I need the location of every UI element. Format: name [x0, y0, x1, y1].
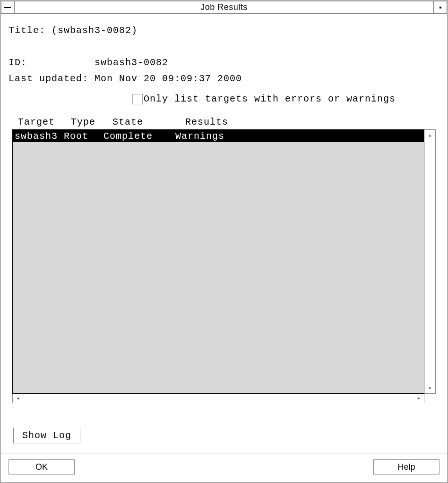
scroll-left-icon[interactable]: ◂	[13, 394, 23, 403]
ok-button[interactable]: OK	[9, 459, 75, 475]
filter-row: Only list targets with errors or warning…	[132, 93, 439, 104]
cell-type: Root	[64, 131, 103, 142]
vertical-scrollbar[interactable]: ▴ ▾	[424, 129, 436, 394]
cell-results: Warnings	[175, 131, 424, 142]
title-value: (swbash3-0082)	[52, 25, 138, 36]
titlebar: Job Results	[1, 1, 447, 14]
updated-value: Mon Nov 20 09:09:37 2000	[95, 73, 242, 84]
window-title: Job Results	[14, 1, 434, 14]
showlog-row: Show Log	[13, 428, 439, 443]
filter-checkbox[interactable]	[132, 94, 143, 104]
horizontal-scrollbar[interactable]: ◂ ▸	[12, 394, 424, 403]
dot-icon	[439, 7, 441, 8]
filter-label: Only list targets with errors or warning…	[144, 93, 396, 104]
dash-icon	[4, 7, 11, 8]
scroll-up-icon[interactable]: ▴	[424, 130, 435, 140]
col-header-state: State	[112, 117, 185, 127]
window-menu-button[interactable]	[1, 1, 14, 14]
show-log-button[interactable]: Show Log	[13, 428, 80, 443]
content-area: Title: (swbash3-0082) ID: swbash3-0082 L…	[1, 14, 447, 453]
table-row[interactable]: swbash3 Root Complete Warnings	[13, 130, 424, 142]
id-label: ID:	[9, 57, 27, 68]
help-button[interactable]: Help	[373, 459, 439, 475]
col-header-type: Type	[71, 117, 112, 127]
footer: OK Help	[1, 454, 447, 482]
cell-target: swbash3	[15, 131, 64, 142]
hscroll-track[interactable]	[23, 394, 414, 403]
results-list-frame: swbash3 Root Complete Warnings ▴ ▾	[12, 129, 436, 394]
scroll-down-icon[interactable]: ▾	[424, 383, 435, 393]
info-block: Title: (swbash3-0082) ID: swbash3-0082 L…	[9, 23, 439, 87]
cell-state: Complete	[103, 131, 175, 142]
vscroll-track[interactable]	[424, 140, 435, 383]
window-aux-button[interactable]	[434, 1, 447, 14]
job-results-window: Job Results Title: (swbash3-0082) ID: sw…	[0, 0, 448, 483]
col-header-target: Target	[18, 117, 71, 127]
title-label: Title:	[9, 25, 45, 36]
column-headers: Target Type State Results	[9, 117, 439, 127]
updated-label: Last updated:	[9, 73, 88, 84]
results-list[interactable]: swbash3 Root Complete Warnings	[12, 129, 424, 394]
scroll-right-icon[interactable]: ▸	[414, 394, 424, 403]
scroll-corner	[424, 394, 436, 403]
hscroll-row: ◂ ▸	[12, 394, 436, 403]
id-value: swbash3-0082	[95, 57, 168, 68]
col-header-results: Results	[185, 117, 439, 127]
